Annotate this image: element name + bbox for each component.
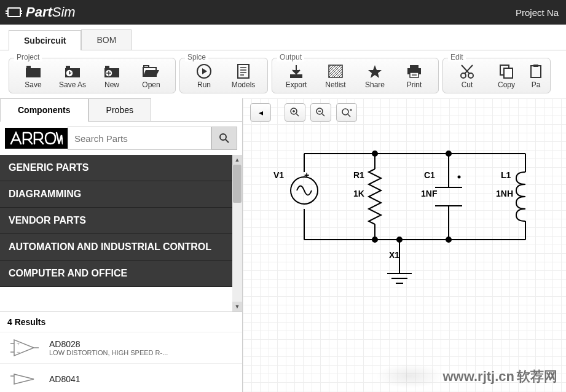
saveas-icon	[63, 63, 82, 79]
copy-button[interactable]: Copy	[487, 62, 525, 90]
app-logo: PartSim	[7, 4, 76, 20]
group-label: Spice	[185, 53, 208, 61]
r1-label: R1	[353, 170, 364, 180]
circuit-diagram[interactable]: V1 + R1 1K C1 1NF L1 1NH X1	[267, 135, 550, 344]
scroll-up-icon[interactable]: ▲	[232, 155, 242, 165]
toolbar-group-spice: Spice Run Models	[179, 58, 268, 93]
svg-point-27	[397, 237, 402, 242]
svg-rect-5	[410, 65, 419, 68]
canvas-tools: ◂	[250, 103, 357, 122]
print-button[interactable]: Print	[395, 62, 433, 90]
category-item[interactable]: VENDOR PARTS	[0, 208, 242, 234]
save-button[interactable]: Save	[14, 62, 52, 90]
toolbar-group-edit: Edit Cut Copy Pa	[442, 58, 551, 93]
search-row	[0, 122, 242, 155]
category-item[interactable]: COMPUTER AND OFFICE	[0, 261, 242, 287]
schematic-canvas[interactable]: ◂ V1 + R1 1K C1 1NF	[243, 98, 566, 392]
left-panel: Components Probes GENERIC PARTS DIAGRAMM…	[0, 98, 243, 392]
project-name-label: Project Na	[516, 7, 559, 18]
svg-rect-13	[533, 65, 538, 67]
tab-components[interactable]: Components	[0, 98, 88, 121]
category-item[interactable]: GENERIC PARTS	[0, 155, 242, 181]
search-input[interactable]	[68, 127, 211, 150]
svg-point-24	[446, 151, 451, 156]
result-item[interactable]: AD8041	[0, 363, 242, 392]
saveas-button[interactable]: Save As	[53, 62, 92, 90]
zoom-out-button[interactable]	[310, 103, 331, 122]
svg-rect-11	[504, 68, 513, 78]
scroll-down-icon[interactable]: ▼	[232, 302, 242, 312]
new-button[interactable]: New	[93, 62, 131, 90]
paste-button[interactable]: Pa	[527, 62, 545, 90]
svg-point-19	[342, 109, 348, 115]
export-icon	[287, 63, 305, 79]
search-icon	[219, 133, 230, 144]
svg-rect-12	[531, 66, 541, 77]
new-icon	[103, 63, 121, 79]
svg-point-25	[446, 237, 451, 242]
result-desc: LOW DISTORTION, HIGH SPEED R-...	[49, 349, 209, 356]
models-button[interactable]: Models	[224, 62, 262, 90]
left-tabs: Components Probes	[0, 98, 242, 122]
result-item[interactable]: +− AD8028 LOW DISTORTION, HIGH SPEED R-.…	[0, 332, 242, 363]
group-label: Project	[14, 53, 42, 61]
svg-rect-7	[410, 73, 419, 77]
topbar: PartSim Project Na	[0, 0, 566, 25]
scroll-thumb[interactable]	[233, 165, 242, 203]
arrow-logo	[5, 128, 68, 149]
result-name: AD8028	[49, 339, 235, 349]
category-item[interactable]: DIAGRAMMING	[0, 181, 242, 208]
group-label: Edit	[448, 53, 466, 61]
v1-label: V1	[273, 170, 284, 180]
run-icon	[195, 63, 213, 79]
svg-text:−: −	[17, 349, 20, 355]
result-text: AD8041	[49, 374, 235, 384]
watermark: www.rjtj.cn软荐网	[442, 367, 557, 386]
group-label: Output	[277, 53, 304, 61]
tab-bom[interactable]: BOM	[81, 29, 132, 50]
paste-icon	[527, 63, 545, 79]
result-name: AD8041	[49, 374, 235, 384]
open-button[interactable]: Open	[132, 62, 170, 90]
export-button[interactable]: Export	[277, 62, 315, 90]
main-tabbar: Subcircuit BOM	[0, 25, 566, 50]
save-icon	[24, 63, 42, 79]
logo-text-light: Sim	[52, 4, 76, 20]
chevron-left-icon: ◂	[259, 108, 263, 117]
category-item[interactable]: AUTOMATION AND INDUSTRIAL CONTROL	[0, 234, 242, 261]
c1-value: 1NF	[421, 189, 438, 198]
copy-icon	[497, 63, 516, 79]
zoom-fit-button[interactable]	[336, 103, 357, 122]
zoom-in-button[interactable]	[285, 103, 305, 122]
svg-point-22	[372, 151, 377, 156]
share-icon	[366, 63, 384, 79]
share-button[interactable]: Share	[356, 62, 394, 90]
main-area: Components Probes GENERIC PARTS DIAGRAMM…	[0, 98, 566, 392]
r1-value: 1K	[353, 189, 364, 198]
toolbar: Project Save Save As New Open Spice Run …	[0, 50, 566, 98]
opamp-icon	[7, 367, 42, 391]
models-icon	[234, 63, 253, 79]
scrollbar[interactable]: ▲ ▼	[232, 155, 242, 312]
toolbar-group-project: Project Save Save As New Open	[9, 58, 176, 93]
zoom-out-icon	[315, 107, 326, 118]
cut-button[interactable]: Cut	[448, 62, 486, 90]
chip-icon	[7, 7, 21, 17]
print-icon	[405, 63, 423, 79]
svg-rect-4	[329, 65, 342, 77]
open-icon	[142, 63, 160, 79]
run-button[interactable]: Run	[185, 62, 223, 90]
logo-text-bold: Part	[26, 4, 52, 20]
opamp-icon: +−	[7, 336, 42, 359]
netlist-button[interactable]: Netlist	[316, 62, 355, 90]
tab-probes[interactable]: Probes	[88, 98, 151, 121]
watermark-url: www.rjtj.cn	[442, 369, 514, 385]
zoom-fit-icon	[340, 107, 353, 118]
netlist-icon	[326, 63, 345, 79]
collapse-panel-button[interactable]: ◂	[250, 103, 271, 122]
tab-subcircuit[interactable]: Subcircuit	[9, 30, 81, 50]
toolbar-group-output: Output Export Netlist Share Print	[272, 58, 439, 93]
search-button[interactable]	[211, 127, 237, 150]
svg-rect-3	[238, 65, 249, 78]
svg-text:+: +	[304, 170, 309, 180]
